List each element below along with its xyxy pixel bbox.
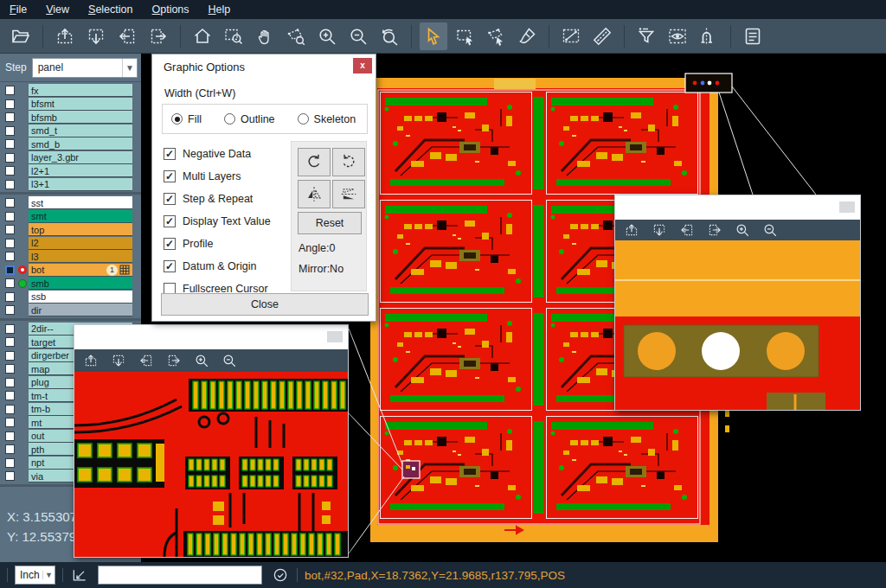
layer-label[interactable]: l2+1 — [29, 164, 132, 177]
layer-label[interactable]: bfsmb — [29, 111, 132, 124]
window-button-icon[interactable] — [327, 331, 343, 342]
mirror-horizontal-icon[interactable] — [298, 180, 331, 208]
layer-row-ssb[interactable]: ssb — [0, 291, 141, 304]
menu-file[interactable]: File — [0, 0, 36, 19]
zoom-in-icon[interactable] — [192, 351, 211, 370]
reset-button[interactable]: Reset — [298, 212, 362, 234]
layer-visibility-checkbox[interactable] — [5, 126, 15, 136]
pan-down-icon[interactable] — [109, 351, 128, 370]
angle-snap-icon[interactable] — [70, 566, 89, 585]
pan-right-icon[interactable] — [144, 22, 172, 50]
pan-right-icon[interactable] — [164, 351, 183, 370]
layer-visibility-checkbox[interactable] — [5, 431, 15, 441]
layer-label[interactable]: top — [29, 223, 132, 236]
layer-row-layer_3.gbr[interactable]: layer_3.gbr — [0, 151, 141, 165]
filter-icon[interactable] — [632, 22, 660, 50]
checked-checkbox[interactable]: ✓ — [164, 215, 176, 227]
checked-checkbox[interactable]: ✓ — [164, 238, 176, 250]
layer-visibility-checkbox[interactable] — [5, 212, 15, 221]
layer-row-sst[interactable]: sst — [0, 196, 141, 210]
layer-label[interactable]: smt — [29, 210, 132, 223]
layer-visibility-checkbox[interactable] — [5, 378, 15, 387]
command-input[interactable] — [98, 566, 262, 585]
zoom-out-icon[interactable] — [220, 351, 239, 370]
layer-visibility-checkbox[interactable] — [5, 364, 15, 374]
rotate-cw-icon[interactable] — [298, 148, 331, 176]
layer-visibility-checkbox[interactable] — [5, 278, 15, 288]
select-poly-icon[interactable] — [482, 22, 510, 50]
layer-label[interactable]: dir — [29, 304, 132, 316]
zoom-in-icon[interactable] — [313, 22, 341, 50]
layer-label[interactable]: l3 — [29, 250, 132, 263]
select-cursor-icon[interactable] — [420, 22, 447, 50]
layer-label[interactable]: l3+1 — [29, 178, 132, 191]
zoom-in-icon[interactable] — [733, 220, 752, 240]
checkbox-multi-layers[interactable]: ✓Multi Layers — [164, 165, 271, 188]
radio-skeleton[interactable]: Skeleton — [298, 113, 356, 125]
layer-row-smd_b[interactable]: smd_b — [0, 137, 141, 151]
layer-visibility-checkbox[interactable] — [5, 112, 15, 122]
zoom-source-bottom-left[interactable] — [402, 461, 420, 478]
zoom-window-icon[interactable] — [220, 22, 247, 50]
layer-row-bfsmb[interactable]: bfsmb — [0, 111, 141, 125]
radio-fill[interactable]: Fill — [171, 113, 202, 125]
layer-row-l3+1[interactable]: l3+1 — [0, 178, 141, 192]
checkbox-display-text-value[interactable]: ✓Display Text Value — [164, 210, 271, 233]
sync-icon[interactable] — [271, 566, 290, 585]
pan-left-icon[interactable] — [113, 22, 141, 50]
pan-up-icon[interactable] — [81, 351, 100, 370]
checked-checkbox[interactable]: ✓ — [164, 148, 176, 160]
radio-outline[interactable]: Outline — [224, 113, 275, 125]
layer-row-top[interactable]: top — [0, 223, 141, 237]
pan-up-icon[interactable] — [622, 220, 641, 240]
layer-visibility-checkbox[interactable] — [5, 418, 15, 427]
grid-icon[interactable] — [119, 265, 130, 275]
layer-row-smt[interactable]: smt — [0, 210, 141, 224]
layer-visibility-checkbox[interactable] — [5, 292, 15, 302]
layer-visibility-checkbox[interactable] — [5, 405, 15, 414]
step-select[interactable]: panel ▼ — [32, 58, 138, 78]
layer-visibility-checkbox[interactable] — [5, 391, 15, 400]
zoom-previous-icon[interactable] — [376, 22, 403, 50]
layer-visibility-checkbox[interactable] — [5, 180, 15, 189]
magnifier-right-view[interactable] — [615, 240, 860, 410]
radio-dot[interactable] — [298, 113, 309, 125]
layer-label[interactable]: sst — [29, 196, 132, 209]
checkbox-negative-data[interactable]: ✓Negative Data — [164, 143, 271, 165]
magnifier-left-titlebar[interactable] — [74, 325, 348, 349]
layer-row-bot[interactable]: bot1 — [0, 264, 141, 278]
pan-up-icon[interactable] — [51, 22, 79, 50]
window-button-icon[interactable] — [839, 201, 855, 213]
pan-hand-icon[interactable] — [251, 22, 279, 50]
pan-left-icon[interactable] — [677, 220, 697, 240]
layer-row-smd_t[interactable]: smd_t — [0, 125, 141, 138]
pan-left-icon[interactable] — [137, 351, 156, 370]
layer-visibility-checkbox[interactable] — [5, 324, 15, 334]
layer-visibility-checkbox[interactable] — [5, 471, 15, 481]
layer-label[interactable]: smb — [29, 277, 132, 290]
measure-distance-icon[interactable] — [557, 22, 585, 50]
zoom-out-icon[interactable] — [344, 22, 372, 50]
layer-visibility-checkbox[interactable] — [5, 153, 15, 163]
radio-dot[interactable] — [224, 113, 235, 125]
open-folder-icon[interactable] — [7, 22, 35, 50]
layer-row-bfsmt[interactable]: bfsmt — [0, 98, 141, 112]
close-icon[interactable]: x — [353, 58, 372, 74]
ruler-icon[interactable] — [588, 22, 616, 50]
layer-label[interactable]: ssb — [29, 291, 132, 304]
layer-visibility-checkbox[interactable] — [5, 99, 15, 109]
menu-help[interactable]: Help — [199, 0, 241, 19]
report-icon[interactable] — [739, 22, 767, 50]
layer-label[interactable]: smd_t — [29, 125, 132, 137]
zoom-object-icon[interactable] — [282, 22, 310, 50]
layer-visibility-checkbox[interactable] — [5, 86, 15, 95]
layer-label[interactable]: fx — [29, 84, 132, 97]
layer-row-dir[interactable]: dir — [0, 304, 141, 317]
zoom-out-icon[interactable] — [761, 220, 780, 240]
checked-checkbox[interactable]: ✓ — [164, 193, 176, 205]
layer-label[interactable]: layer_3.gbr — [29, 151, 132, 164]
layer-visibility-checkbox[interactable] — [5, 239, 15, 248]
menu-view[interactable]: View — [36, 0, 79, 19]
layer-visibility-checkbox[interactable] — [5, 252, 15, 261]
checkbox-profile[interactable]: ✓Profile — [164, 233, 271, 255]
